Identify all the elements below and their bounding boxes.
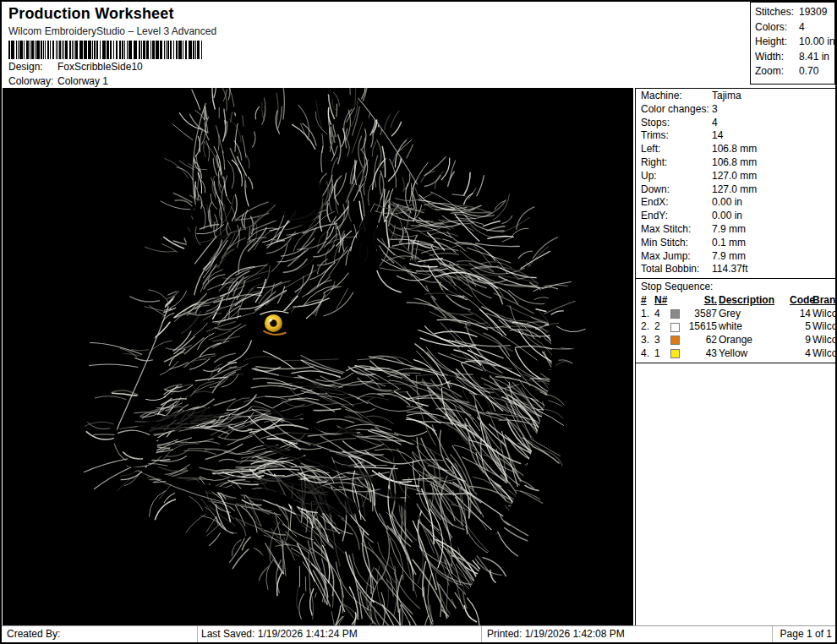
stitch-summary-box: Stitches:19309 Colors:4 Height:10.00 in …	[750, 2, 835, 85]
machine-info-list: Machine:Tajima Color changes:3 Stops:4 T…	[636, 89, 835, 276]
barcode-bar	[201, 41, 202, 59]
barcode-bar	[57, 41, 58, 59]
barcode-bar	[173, 41, 174, 59]
last-saved-cell: Last Saved: 1/19/2026 1:41:24 PM	[198, 626, 482, 642]
barcode-bar	[26, 41, 29, 59]
stop-sequence-table: # N# St. Description Code Brand 1.4 3587…	[636, 293, 835, 363]
stop-sequence-row: 4.1 43Yellow 4Wilcom	[641, 347, 835, 361]
colorway-label: Colorway:	[8, 75, 57, 87]
summary-row: Stitches:19309	[755, 5, 834, 20]
barcode-bar	[113, 41, 114, 59]
barcode-bar	[47, 41, 49, 59]
summary-row: Zoom:0.70	[755, 64, 834, 79]
barcode-bar	[107, 41, 109, 59]
barcode-bar	[185, 41, 187, 59]
design-row: Design:FoxScribbleSide10	[8, 61, 143, 73]
info-row: Left:106.8 mm	[641, 143, 835, 156]
barcode-bar	[96, 41, 98, 59]
summary-row: Width:8.41 in	[755, 50, 834, 65]
barcode-bar	[36, 41, 40, 59]
barcode-bar	[84, 41, 87, 59]
barcode-bar	[195, 41, 196, 59]
barcode-bar	[152, 41, 155, 59]
nose	[113, 428, 157, 467]
thread-color-swatch	[670, 349, 680, 358]
stop-sequence-title: Stop Sequence:	[636, 278, 835, 293]
barcode-bar	[160, 41, 162, 59]
design-barcode	[8, 41, 209, 59]
barcode-bar	[45, 41, 46, 59]
barcode-bar	[139, 41, 140, 59]
barcode-bar	[141, 41, 142, 59]
design-name: FoxScribbleSide10	[57, 61, 143, 73]
barcode-bar	[119, 41, 121, 59]
barcode-bar	[65, 41, 68, 59]
page-number-cell: Page 1 of 1	[773, 626, 835, 642]
barcode-bar	[124, 41, 125, 59]
app-subtitle: Wilcom EmbroideryStudio – Level 3 Advanc…	[8, 25, 216, 37]
barcode-bar	[94, 41, 96, 59]
barcode-bar	[167, 41, 169, 59]
barcode-bar	[110, 41, 112, 59]
barcode-bar	[122, 41, 123, 59]
printed-cell: Printed: 1/19/2026 1:42:08 PM	[482, 626, 773, 642]
barcode-bar	[150, 41, 151, 59]
info-row: Trims:14	[641, 129, 835, 143]
barcode-bar	[176, 41, 178, 59]
barcode-bar	[189, 41, 192, 59]
barcode-bar	[74, 41, 74, 59]
barcode-bar	[52, 41, 54, 59]
stop-sequence-header: # N# St. Description Code Brand	[641, 294, 835, 308]
summary-row: Colors:4	[755, 20, 834, 35]
barcode-bar	[100, 41, 101, 59]
stop-sequence-row: 1.4 3587Grey 14Wilcom	[641, 308, 835, 321]
barcode-bar	[170, 41, 172, 59]
barcode-bar	[88, 41, 91, 59]
barcode-bar	[50, 41, 51, 59]
barcode-bar	[156, 41, 159, 59]
barcode-bar	[31, 41, 34, 59]
design-preview-canvas	[3, 88, 633, 626]
info-row: Max Stitch:7.9 mm	[641, 223, 835, 237]
info-row: Machine:Tajima	[641, 90, 835, 103]
production-worksheet-page: Production Worksheet Wilcom EmbroiderySt…	[0, 0, 837, 644]
colorway-name: Colorway 1	[57, 75, 108, 87]
info-row: Min Stitch:0.1 mm	[641, 237, 835, 250]
barcode-bar	[146, 41, 149, 59]
barcode-bar	[19, 41, 23, 59]
barcode-bar	[164, 41, 165, 59]
barcode-bar	[16, 41, 17, 59]
barcode-bar	[92, 41, 93, 59]
summary-row: Height:10.00 in	[755, 35, 834, 50]
barcode-bar	[63, 41, 64, 59]
barcode-bar	[43, 41, 44, 59]
barcode-bar	[127, 41, 128, 59]
wolf-design-image	[3, 88, 633, 626]
barcode-bar	[8, 41, 10, 59]
info-row: Right:106.8 mm	[641, 156, 835, 170]
thread-color-swatch	[670, 323, 680, 332]
design-label: Design:	[8, 61, 57, 73]
thread-color-swatch	[670, 309, 680, 319]
barcode-bar	[129, 41, 132, 59]
info-row: Color changes:3	[641, 103, 835, 117]
page-title: Production Worksheet	[8, 5, 174, 23]
thread-color-swatch	[670, 336, 680, 345]
barcode-bar	[178, 41, 182, 59]
barcode-bar	[193, 41, 194, 59]
barcode-bar	[116, 41, 118, 59]
info-row: EndY:0.00 in	[641, 210, 835, 223]
info-row: Up:127.0 mm	[641, 170, 835, 183]
between-ears-shadow	[278, 167, 322, 225]
barcode-bar	[75, 41, 78, 59]
barcode-bar	[59, 41, 61, 59]
machine-info-panel: Machine:Tajima Color changes:3 Stops:4 T…	[635, 88, 835, 626]
created-by-cell: Created By:	[2, 626, 198, 642]
barcode-bar	[72, 41, 73, 59]
footer-bar: Created By: Last Saved: 1/19/2026 1:41:2…	[2, 625, 835, 642]
stop-sequence-row: 2.2 15615white 5Wilcom	[641, 320, 835, 334]
colorway-row: Colorway:Colorway 1	[8, 75, 108, 87]
barcode-bar	[41, 41, 42, 59]
barcode-bar	[102, 41, 106, 59]
info-row: Total Bobbin:114.37ft	[641, 263, 835, 276]
